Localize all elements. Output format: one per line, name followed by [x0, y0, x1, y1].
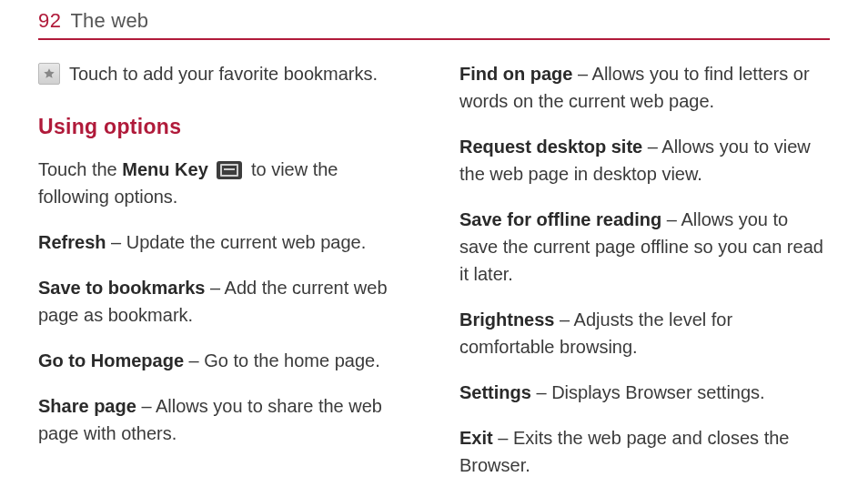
option-item: Save to bookmarks – Add the current web … — [38, 274, 409, 329]
option-desc: – Exits the web page and closes the Brow… — [459, 428, 789, 475]
option-term: Save for offline reading — [459, 209, 661, 229]
menu-key-icon — [217, 161, 242, 179]
bookmark-tip-row: Touch to add your favorite bookmarks. — [38, 60, 409, 87]
option-term: Settings — [459, 382, 531, 402]
option-term: Share page — [38, 396, 136, 416]
right-column: Find on page – Allows you to find letter… — [459, 60, 830, 497]
option-desc: – Update the current web page. — [106, 232, 366, 252]
bookmark-tip-text: Touch to add your favorite bookmarks. — [69, 60, 378, 87]
page-header: 92 The web — [38, 9, 830, 40]
option-item: Refresh – Update the current web page. — [38, 228, 409, 256]
section-heading: Using options — [38, 111, 409, 143]
option-term: Refresh — [38, 232, 106, 252]
star-icon — [38, 63, 60, 85]
option-item: Settings – Displays Browser settings. — [459, 379, 830, 406]
option-item: Exit – Exits the web page and closes the… — [459, 424, 830, 479]
option-item: Share page – Allows you to share the web… — [38, 392, 409, 447]
intro-paragraph: Touch the Menu Key to view the following… — [38, 156, 409, 210]
content-columns: Touch to add your favorite bookmarks. Us… — [38, 60, 830, 497]
option-item: Save for offline reading – Allows you to… — [459, 206, 830, 288]
option-item: Go to Homepage – Go to the home page. — [38, 347, 409, 374]
page-title: The web — [70, 9, 148, 33]
option-item: Request desktop site – Allows you to vie… — [459, 133, 830, 188]
manual-page: 92 The web Touch to add your favorite bo… — [0, 0, 868, 497]
option-item: Brightness – Adjusts the level for comfo… — [459, 306, 830, 360]
option-item: Find on page – Allows you to find letter… — [459, 60, 830, 115]
option-term: Request desktop site — [459, 137, 642, 157]
left-column: Touch to add your favorite bookmarks. Us… — [38, 60, 409, 497]
option-term: Brightness — [459, 309, 554, 330]
option-term: Find on page — [459, 64, 572, 84]
option-term: Save to bookmarks — [38, 278, 205, 298]
page-number: 92 — [38, 9, 61, 33]
intro-text-pre: Touch the — [38, 159, 122, 179]
menu-key-label: Menu Key — [122, 159, 207, 179]
option-term: Exit — [459, 428, 493, 448]
option-desc: – Displays Browser settings. — [531, 382, 765, 402]
option-desc: – Go to the home page. — [184, 350, 380, 370]
option-term: Go to Homepage — [38, 350, 184, 370]
